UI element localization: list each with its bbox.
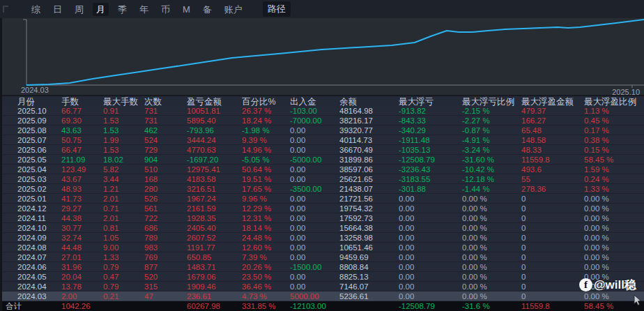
cell: -3236.43 — [399, 165, 462, 174]
menu-item-5[interactable]: 季 — [114, 3, 130, 16]
col-header-1[interactable]: 月份 — [17, 96, 61, 106]
table-row-2025.04[interactable]: 2025.04123.495.8251012975.4150.64 %0.003… — [0, 165, 644, 174]
col-header-7[interactable]: 出入金 — [290, 96, 339, 106]
cell: 0.00 — [399, 213, 462, 222]
menu-item-1[interactable]: 综 — [28, 3, 44, 16]
menu-item-6[interactable]: 年 — [136, 3, 152, 16]
menu-item-8[interactable]: M — [179, 3, 194, 16]
cell: 278.36 — [521, 184, 584, 193]
table-row-2025.05[interactable]: 2025.05211.0918.02904-1697.20-5.05 %-500… — [0, 155, 644, 165]
menubar: 综日周月季年币M备账户 路径 — [0, 0, 644, 18]
cell: 0.00 — [290, 204, 339, 213]
table-row-2024.07[interactable]: 2024.0727.011.33769650.857.39 %0.009459.… — [0, 252, 644, 262]
cell: 0 — [521, 262, 584, 271]
col-header-3[interactable]: 最大手数 — [103, 96, 144, 106]
cell: 合计 — [6, 301, 61, 311]
cell: 36670.49 — [339, 145, 399, 154]
cell: 66.47 — [61, 145, 103, 154]
table-row-2024.03[interactable]: 2024.032.000.2147236.614.73 %5000.005236… — [0, 291, 644, 301]
table-row-2024.06[interactable]: 2024.0631.960.798771483.7120.26 %-1500.0… — [0, 262, 644, 272]
cell: 5236.61 — [339, 291, 399, 301]
menu-item-9[interactable]: 备 — [199, 3, 215, 16]
table-body: 2025.1066.770.9173110051.8126.37 %-103.0… — [0, 106, 644, 301]
table-row-2025.02[interactable]: 2025.0248.931.212803216.5117.65 %-3500.0… — [0, 184, 644, 194]
cell: 0.15 % — [584, 145, 644, 154]
col-header-4[interactable]: 次数 — [144, 96, 187, 106]
path-button[interactable]: 路径 — [263, 1, 291, 17]
menu-item-3[interactable]: 周 — [71, 3, 87, 16]
table-row-2025.09[interactable]: 2025.0969.301.537315895.4018.24 %-7000.0… — [0, 116, 644, 126]
table-row-2025.06[interactable]: 2025.0666.471.537294770.6314.96 %0.00366… — [0, 145, 644, 155]
cell: 526 — [144, 194, 187, 203]
col-header-9[interactable]: 最大浮亏 — [399, 96, 462, 106]
cell: 4183.58 — [187, 174, 242, 183]
menu-item-2[interactable]: 日 — [49, 3, 66, 16]
cell: 23.50 % — [242, 272, 290, 281]
cell: 493.6 — [521, 165, 584, 174]
table-row-2025.08[interactable]: 2025.0843.631.53462-793.96-1.98 %0.00393… — [0, 126, 644, 135]
table-row-2024.05[interactable]: 2024.0520.040.475201679.0623.50 %0.00882… — [0, 272, 644, 282]
cell: 48.33 — [521, 145, 584, 154]
cell: -340.29 — [399, 126, 462, 135]
cell: 0.00 % — [462, 194, 521, 203]
cell: -10.42 % — [462, 165, 521, 174]
table-row-2024.12[interactable]: 2024.1229.270.715612161.5912.29 %0.00197… — [0, 204, 644, 213]
cell: 0 — [521, 213, 584, 222]
cell: 0 — [521, 223, 584, 232]
cell: 0.00 — [399, 282, 462, 291]
col-header-10[interactable]: 最大浮亏比例 — [462, 96, 521, 106]
col-header-12[interactable]: 最大浮盈比例 — [584, 96, 644, 106]
cell: 0.00 — [399, 291, 462, 301]
cell: 1.53 — [103, 126, 144, 135]
cell: 148.58 — [521, 135, 584, 144]
table-row-2024.11[interactable]: 2024.1144.382.017221928.3512.31 %0.00175… — [0, 213, 644, 223]
cell: -0.87 % — [462, 126, 521, 135]
cell: 0.00 — [290, 233, 339, 242]
cell: 904 — [144, 155, 187, 164]
table-row-2025.01[interactable]: 2025.0141.732.015261967.249.96 %0.002172… — [0, 194, 644, 204]
cell: -3.24 % — [462, 145, 521, 154]
cell: 8808.84 — [339, 262, 399, 271]
cell: 0 — [521, 291, 584, 301]
cell: 19754.32 — [339, 204, 399, 213]
menu-item-7[interactable]: 币 — [158, 3, 174, 16]
table-row-2024.08[interactable]: 2024.0844.489.009831191.7712.60 %0.00106… — [0, 243, 644, 252]
cell: 211.09 — [61, 155, 103, 164]
col-header-8[interactable]: 余额 — [339, 96, 399, 106]
table-row-2025.10[interactable]: 2025.1066.770.9173110051.8126.37 %-103.0… — [0, 106, 644, 116]
col-header-2[interactable]: 手数 — [61, 96, 103, 106]
equity-curve-chart: 2024.03 2025.10 — [0, 18, 644, 95]
window-left-edge — [0, 18, 2, 311]
cell: 44.38 — [61, 213, 103, 222]
facebook-icon: f — [579, 278, 592, 291]
cell: 5000.00 — [290, 291, 339, 301]
cell: 123.49 — [61, 165, 103, 174]
col-header-6[interactable]: 百分比% — [242, 96, 290, 106]
cell: 650.85 — [187, 252, 242, 261]
cell: 36.46 % — [242, 282, 290, 291]
cell: 29.27 — [61, 204, 103, 213]
table-row-2024.10[interactable]: 2024.1030.770.816862405.4018.14 %0.00156… — [0, 223, 644, 233]
table-row-2025.03[interactable]: 2025.0343.673.441684183.5819.51 %0.00256… — [0, 174, 644, 184]
cell: 0 — [521, 272, 584, 281]
cell: -103.00 — [290, 106, 339, 115]
cell: 983 — [144, 243, 187, 252]
cell: 0 — [521, 282, 584, 291]
cell: 2024.12 — [17, 204, 61, 213]
cell: 0.00 — [290, 282, 339, 291]
cell: 0.45 % — [584, 116, 644, 125]
menu-item-10[interactable]: 账户 — [221, 3, 246, 16]
cell: 32.74 — [61, 233, 103, 242]
col-header-5[interactable]: 盈亏金额 — [187, 96, 242, 106]
col-header-11[interactable]: 最大浮盈金额 — [521, 96, 584, 106]
cell: 3216.51 — [187, 184, 242, 193]
cell: 0.00 — [290, 165, 339, 174]
cell: -7000.00 — [290, 116, 339, 125]
table-row-2024.04[interactable]: 2024.0413.780.793151909.4636.46 %0.00714… — [0, 282, 644, 291]
cell: 11559.8 — [521, 155, 584, 164]
table-row-2025.07[interactable]: 2025.0750.751.995243444.249.39 %0.004011… — [0, 135, 644, 145]
menu-item-4[interactable]: 月 — [93, 3, 109, 16]
cell: 2024.11 — [17, 213, 61, 222]
cell: 41.73 — [61, 194, 103, 203]
table-row-2024.09[interactable]: 2024.0932.741.057892607.5224.48 %0.00132… — [0, 233, 644, 243]
